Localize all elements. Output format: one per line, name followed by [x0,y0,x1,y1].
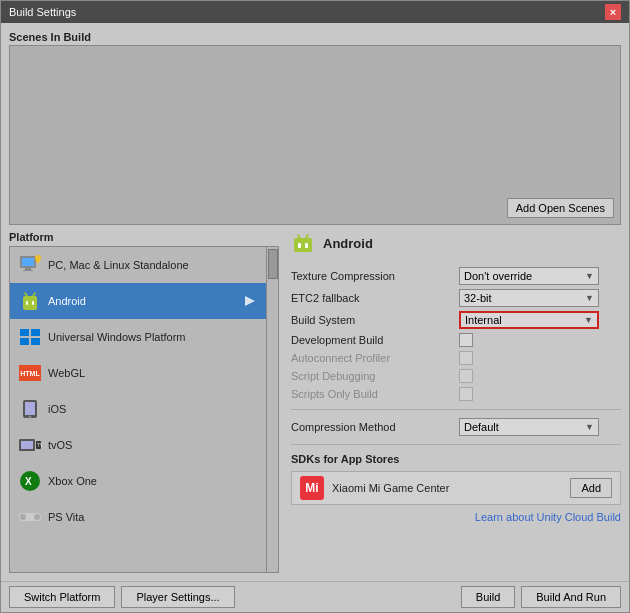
scrollbar-thumb [268,249,278,279]
platform-item-ios-label: iOS [48,403,258,415]
dev-build-label: Development Build [291,334,451,346]
svg-line-10 [33,293,35,296]
compression-label: Compression Method [291,421,451,433]
platform-item-tvos-label: tvOS [48,439,258,451]
svg-text:X: X [25,476,32,487]
scenes-label: Scenes In Build [9,31,621,43]
svg-line-32 [306,235,308,238]
svg-rect-14 [20,338,29,345]
autoconnect-label: Autoconnect Profiler [291,352,451,364]
platform-item-webgl-label: WebGL [48,367,258,379]
platform-item-android[interactable]: Android [10,283,266,319]
platform-item-uwp-label: Universal Windows Platform [48,331,258,343]
platform-label: Platform [9,231,279,243]
script-debug-label: Script Debugging [291,370,451,382]
sdk-section-label: SDKs for App Stores [291,453,621,465]
settings-panel: Android Texture Compression Don't overri… [279,231,621,573]
svg-rect-2 [25,268,31,270]
platform-item-pc-label: PC, Mac & Linux Standalone [48,259,258,271]
build-system-label: Build System [291,314,451,326]
separator-1 [291,409,621,410]
svg-rect-15 [31,338,40,345]
pc-icon [18,253,42,277]
platform-list: PC, Mac & Linux Standalone [10,247,266,572]
ios-icon [18,397,42,421]
script-debug-checkbox[interactable] [459,369,473,383]
xiaomi-icon: Mi [300,476,324,500]
svg-text:TV: TV [37,442,42,448]
build-and-run-button[interactable]: Build And Run [521,586,621,608]
svg-rect-17 [25,402,35,415]
main-content: Scenes In Build Add Open Scenes Platform [1,23,629,581]
svg-rect-29 [298,243,301,248]
svg-rect-6 [23,296,37,310]
build-settings-window: Build Settings × Scenes In Build Add Ope… [0,0,630,613]
build-system-value: Internal [465,314,502,326]
svg-point-27 [34,514,40,520]
svg-rect-8 [32,301,34,305]
cloud-build-link[interactable]: Learn about Unity Cloud Build [291,511,621,523]
etc2-fallback-label: ETC2 fallback [291,292,451,304]
bottom-right-buttons: Build Build And Run [461,586,621,608]
add-open-scenes-button[interactable]: Add Open Scenes [507,198,614,218]
compression-arrow: ▼ [585,422,594,432]
svg-rect-12 [20,329,29,336]
texture-compression-label: Texture Compression [291,270,451,282]
svg-rect-7 [26,301,28,305]
uwp-icon [18,325,42,349]
platform-scrollbar[interactable] [266,247,278,572]
svg-rect-1 [22,258,34,266]
svg-rect-3 [23,270,33,271]
xiaomi-sdk-name: Xiaomi Mi Game Center [332,482,562,494]
platform-item-psvita[interactable]: PS Vita [10,499,266,535]
compression-value: Default [464,421,499,433]
svg-point-18 [29,416,32,419]
window-title: Build Settings [9,6,76,18]
etc2-fallback-value: 32-bit [464,292,492,304]
build-system-arrow: ▼ [584,315,593,325]
platform-item-android-label: Android [48,295,236,307]
build-button[interactable]: Build [461,586,515,608]
platform-item-tvos[interactable]: TV tvOS [10,427,266,463]
xiaomi-icon-text: Mi [305,481,318,495]
tvos-icon: TV [18,433,42,457]
svg-rect-13 [31,329,40,336]
svg-point-5 [36,257,40,263]
build-system-select[interactable]: Internal ▼ [459,311,599,329]
sdk-add-button[interactable]: Add [570,478,612,498]
svg-line-31 [298,235,300,238]
platform-item-pc[interactable]: PC, Mac & Linux Standalone [10,247,266,283]
platform-panel: Platform [9,231,279,573]
switch-platform-button[interactable]: Switch Platform [9,586,115,608]
platform-item-ios[interactable]: iOS [10,391,266,427]
sdk-row-xiaomi: Mi Xiaomi Mi Game Center Add [291,471,621,505]
bottom-bar: Switch Platform Player Settings... Build… [1,581,629,612]
platform-list-container: PC, Mac & Linux Standalone [9,246,279,573]
player-settings-button[interactable]: Player Settings... [121,586,234,608]
webgl-icon: HTML [18,361,42,385]
etc2-fallback-select[interactable]: 32-bit ▼ [459,289,599,307]
svg-line-9 [25,293,27,296]
android-icon [18,289,42,313]
android-platform-icon [291,231,315,255]
texture-compression-arrow: ▼ [585,271,594,281]
platform-title-text: Android [323,236,373,251]
texture-compression-select[interactable]: Don't override ▼ [459,267,599,285]
autoconnect-checkbox[interactable] [459,351,473,365]
platform-item-xbox[interactable]: X Xbox One [10,463,266,499]
scripts-only-checkbox[interactable] [459,387,473,401]
dev-build-checkbox[interactable] [459,333,473,347]
svg-rect-30 [305,243,308,248]
svg-rect-20 [21,441,33,449]
platform-item-uwp[interactable]: Universal Windows Platform [10,319,266,355]
etc2-fallback-arrow: ▼ [585,293,594,303]
scenes-panel: Add Open Scenes [9,45,621,225]
psvita-icon [18,505,42,529]
texture-compression-value: Don't override [464,270,532,282]
compression-select[interactable]: Default ▼ [459,418,599,436]
svg-point-26 [20,514,26,520]
platform-item-psvita-label: PS Vita [48,511,258,523]
close-button[interactable]: × [605,4,621,20]
platform-item-webgl[interactable]: HTML WebGL [10,355,266,391]
platform-item-xbox-label: Xbox One [48,475,258,487]
